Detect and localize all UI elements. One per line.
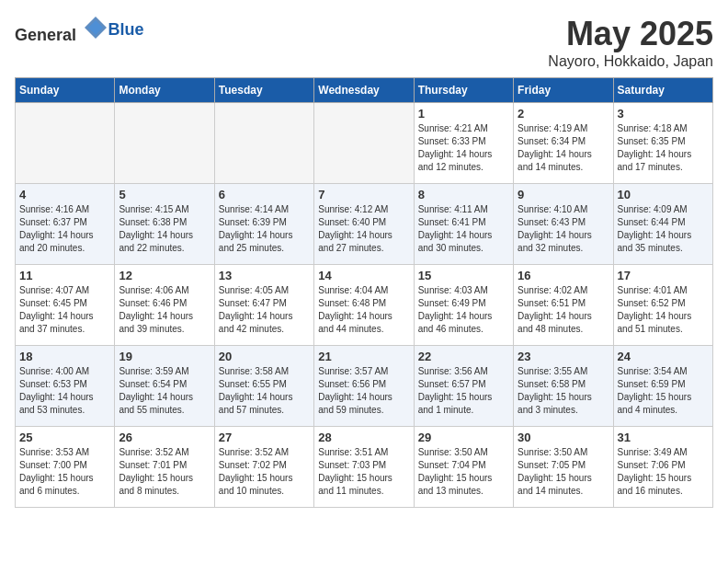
- calendar-day-cell: 14Sunrise: 4:04 AM Sunset: 6:48 PM Dayli…: [314, 265, 414, 346]
- day-info: Sunrise: 3:52 AM Sunset: 7:02 PM Dayligh…: [219, 446, 310, 498]
- calendar-day-cell: 19Sunrise: 3:59 AM Sunset: 6:54 PM Dayli…: [115, 346, 214, 427]
- day-info: Sunrise: 3:49 AM Sunset: 7:06 PM Dayligh…: [618, 446, 709, 498]
- calendar-day-cell: 16Sunrise: 4:02 AM Sunset: 6:51 PM Dayli…: [514, 265, 613, 346]
- calendar-day-cell: 13Sunrise: 4:05 AM Sunset: 6:47 PM Dayli…: [214, 265, 313, 346]
- header: General Blue May 2025 Nayoro, Hokkaido, …: [15, 15, 713, 70]
- calendar-day-cell: 12Sunrise: 4:06 AM Sunset: 6:46 PM Dayli…: [115, 265, 214, 346]
- day-of-week-header: Monday: [115, 78, 214, 103]
- calendar-day-cell: [314, 103, 414, 184]
- day-number: 4: [19, 188, 110, 201]
- calendar-day-cell: 1Sunrise: 4:21 AM Sunset: 6:33 PM Daylig…: [414, 103, 513, 184]
- calendar-day-cell: 2Sunrise: 4:19 AM Sunset: 6:34 PM Daylig…: [514, 103, 613, 184]
- day-number: 25: [19, 431, 110, 444]
- day-number: 31: [618, 431, 709, 444]
- calendar-day-cell: 17Sunrise: 4:01 AM Sunset: 6:52 PM Dayli…: [613, 265, 712, 346]
- calendar-day-cell: 30Sunrise: 3:50 AM Sunset: 7:05 PM Dayli…: [514, 427, 613, 508]
- day-info: Sunrise: 3:55 AM Sunset: 6:58 PM Dayligh…: [518, 365, 609, 417]
- day-number: 12: [119, 269, 210, 282]
- day-number: 11: [19, 269, 110, 282]
- calendar-day-cell: 9Sunrise: 4:10 AM Sunset: 6:43 PM Daylig…: [514, 184, 613, 265]
- day-number: 22: [418, 350, 509, 363]
- day-number: 2: [518, 107, 609, 121]
- day-number: 27: [219, 431, 310, 444]
- calendar-day-cell: 6Sunrise: 4:14 AM Sunset: 6:39 PM Daylig…: [214, 184, 313, 265]
- calendar-day-cell: 18Sunrise: 4:00 AM Sunset: 6:53 PM Dayli…: [16, 346, 115, 427]
- calendar-day-cell: 23Sunrise: 3:55 AM Sunset: 6:58 PM Dayli…: [514, 346, 613, 427]
- day-info: Sunrise: 3:50 AM Sunset: 7:05 PM Dayligh…: [518, 446, 609, 498]
- day-of-week-header: Wednesday: [314, 78, 414, 103]
- day-info: Sunrise: 4:12 AM Sunset: 6:40 PM Dayligh…: [318, 203, 409, 255]
- day-info: Sunrise: 3:53 AM Sunset: 7:00 PM Dayligh…: [19, 446, 110, 498]
- calendar-week-row: 18Sunrise: 4:00 AM Sunset: 6:53 PM Dayli…: [16, 346, 713, 427]
- day-of-week-header: Thursday: [414, 78, 513, 103]
- day-info: Sunrise: 4:03 AM Sunset: 6:49 PM Dayligh…: [418, 284, 509, 336]
- day-info: Sunrise: 4:10 AM Sunset: 6:43 PM Dayligh…: [518, 203, 609, 255]
- month-title: May 2025: [548, 15, 713, 53]
- day-number: 3: [618, 107, 709, 121]
- calendar-week-row: 1Sunrise: 4:21 AM Sunset: 6:33 PM Daylig…: [16, 103, 713, 184]
- day-info: Sunrise: 4:15 AM Sunset: 6:38 PM Dayligh…: [119, 203, 210, 255]
- day-of-week-header: Tuesday: [214, 78, 313, 103]
- day-info: Sunrise: 4:16 AM Sunset: 6:37 PM Dayligh…: [19, 203, 110, 255]
- logo-blue-text: Blue: [108, 20, 144, 39]
- day-info: Sunrise: 3:50 AM Sunset: 7:04 PM Dayligh…: [418, 446, 509, 498]
- day-number: 28: [318, 431, 409, 444]
- day-number: 9: [518, 188, 609, 201]
- calendar-week-row: 11Sunrise: 4:07 AM Sunset: 6:45 PM Dayli…: [16, 265, 713, 346]
- day-number: 23: [518, 350, 609, 363]
- calendar-day-cell: 5Sunrise: 4:15 AM Sunset: 6:38 PM Daylig…: [115, 184, 214, 265]
- calendar-day-cell: 31Sunrise: 3:49 AM Sunset: 7:06 PM Dayli…: [613, 427, 712, 508]
- day-number: 15: [418, 269, 509, 282]
- day-number: 6: [219, 188, 310, 201]
- day-info: Sunrise: 4:06 AM Sunset: 6:46 PM Dayligh…: [119, 284, 210, 336]
- day-info: Sunrise: 3:56 AM Sunset: 6:57 PM Dayligh…: [418, 365, 509, 417]
- days-header-row: SundayMondayTuesdayWednesdayThursdayFrid…: [16, 78, 713, 103]
- day-number: 17: [618, 269, 709, 282]
- calendar-day-cell: 28Sunrise: 3:51 AM Sunset: 7:03 PM Dayli…: [314, 427, 414, 508]
- calendar-day-cell: 24Sunrise: 3:54 AM Sunset: 6:59 PM Dayli…: [613, 346, 712, 427]
- location-title: Nayoro, Hokkaido, Japan: [548, 53, 713, 70]
- calendar-day-cell: 4Sunrise: 4:16 AM Sunset: 6:37 PM Daylig…: [16, 184, 115, 265]
- day-number: 10: [618, 188, 709, 201]
- logo-icon: [83, 15, 108, 40]
- day-info: Sunrise: 4:05 AM Sunset: 6:47 PM Dayligh…: [219, 284, 310, 336]
- day-info: Sunrise: 3:59 AM Sunset: 6:54 PM Dayligh…: [119, 365, 210, 417]
- day-of-week-header: Saturday: [613, 78, 712, 103]
- day-info: Sunrise: 4:11 AM Sunset: 6:41 PM Dayligh…: [418, 203, 509, 255]
- day-of-week-header: Friday: [514, 78, 613, 103]
- day-info: Sunrise: 4:00 AM Sunset: 6:53 PM Dayligh…: [19, 365, 110, 417]
- calendar-day-cell: 11Sunrise: 4:07 AM Sunset: 6:45 PM Dayli…: [16, 265, 115, 346]
- logo-general-text: General: [15, 26, 76, 44]
- day-number: 29: [418, 431, 509, 444]
- day-number: 21: [318, 350, 409, 363]
- day-number: 16: [518, 269, 609, 282]
- day-info: Sunrise: 3:51 AM Sunset: 7:03 PM Dayligh…: [318, 446, 409, 498]
- calendar-day-cell: 21Sunrise: 3:57 AM Sunset: 6:56 PM Dayli…: [314, 346, 414, 427]
- calendar-day-cell: [214, 103, 313, 184]
- day-info: Sunrise: 4:19 AM Sunset: 6:34 PM Dayligh…: [518, 122, 609, 174]
- day-number: 5: [119, 188, 210, 201]
- day-number: 20: [219, 350, 310, 363]
- day-number: 1: [418, 107, 509, 121]
- calendar-day-cell: 8Sunrise: 4:11 AM Sunset: 6:41 PM Daylig…: [414, 184, 513, 265]
- day-number: 24: [618, 350, 709, 363]
- calendar-day-cell: 20Sunrise: 3:58 AM Sunset: 6:55 PM Dayli…: [214, 346, 313, 427]
- calendar-day-cell: 10Sunrise: 4:09 AM Sunset: 6:44 PM Dayli…: [613, 184, 712, 265]
- calendar-day-cell: [16, 103, 115, 184]
- calendar-day-cell: 7Sunrise: 4:12 AM Sunset: 6:40 PM Daylig…: [314, 184, 414, 265]
- day-info: Sunrise: 4:04 AM Sunset: 6:48 PM Dayligh…: [318, 284, 409, 336]
- day-info: Sunrise: 3:57 AM Sunset: 6:56 PM Dayligh…: [318, 365, 409, 417]
- day-info: Sunrise: 4:07 AM Sunset: 6:45 PM Dayligh…: [19, 284, 110, 336]
- calendar-week-row: 25Sunrise: 3:53 AM Sunset: 7:00 PM Dayli…: [16, 427, 713, 508]
- day-info: Sunrise: 4:14 AM Sunset: 6:39 PM Dayligh…: [219, 203, 310, 255]
- day-info: Sunrise: 4:18 AM Sunset: 6:35 PM Dayligh…: [618, 122, 709, 174]
- day-number: 18: [19, 350, 110, 363]
- day-info: Sunrise: 4:09 AM Sunset: 6:44 PM Dayligh…: [618, 203, 709, 255]
- day-number: 13: [219, 269, 310, 282]
- calendar-day-cell: 22Sunrise: 3:56 AM Sunset: 6:57 PM Dayli…: [414, 346, 513, 427]
- day-info: Sunrise: 3:58 AM Sunset: 6:55 PM Dayligh…: [219, 365, 310, 417]
- day-number: 26: [119, 431, 210, 444]
- day-number: 14: [318, 269, 409, 282]
- calendar-day-cell: 27Sunrise: 3:52 AM Sunset: 7:02 PM Dayli…: [214, 427, 313, 508]
- day-info: Sunrise: 4:01 AM Sunset: 6:52 PM Dayligh…: [618, 284, 709, 336]
